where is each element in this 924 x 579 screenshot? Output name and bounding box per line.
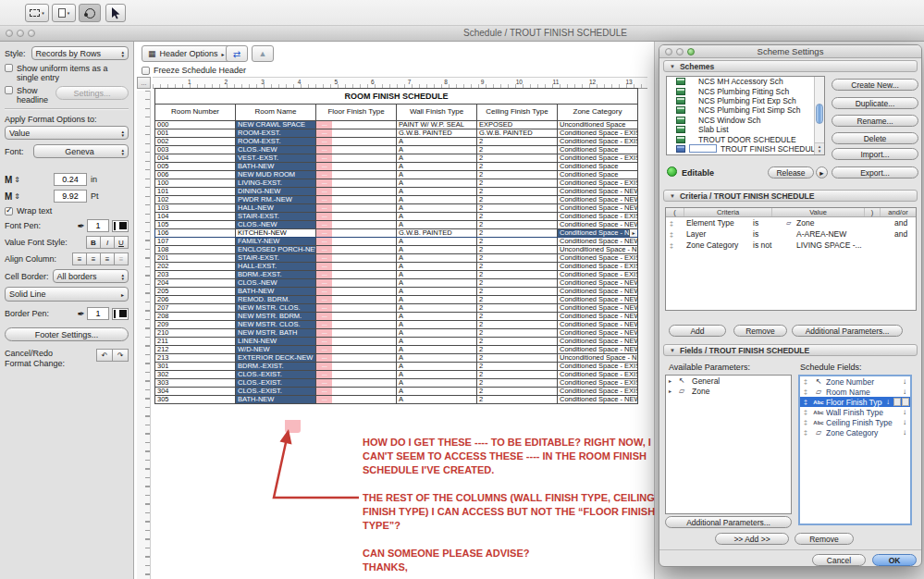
criteria-section-header[interactable]: ▼ Criteria / TROUT FINISH SCHEDULE: [663, 190, 918, 202]
room-name-cell[interactable]: VEST.-EXST.: [236, 154, 316, 163]
scrollbar-thumb[interactable]: [816, 104, 823, 124]
zone-category-cell[interactable]: Conditioned Space: [558, 171, 638, 179]
ceiling-finish-cell[interactable]: 2: [477, 329, 558, 338]
duplicate-button[interactable]: Duplicate...: [832, 97, 918, 109]
criteria-remove-button[interactable]: Remove: [733, 325, 787, 337]
room-number-cell[interactable]: 205: [155, 288, 236, 296]
room-number-cell[interactable]: 104: [155, 213, 236, 221]
room-name-cell[interactable]: HALL-EXST.: [236, 263, 316, 271]
col-header-zone-category[interactable]: Zone Category: [558, 105, 638, 121]
ceiling-finish-cell[interactable]: 2: [477, 238, 558, 246]
border-pen-color-button[interactable]: [112, 308, 129, 320]
wall-finish-cell[interactable]: A: [397, 279, 477, 288]
room-number-cell[interactable]: 206: [155, 296, 236, 304]
floor-finish-cell[interactable]: ---: [316, 221, 397, 229]
sort-down-icon[interactable]: ↓: [899, 377, 910, 386]
ceiling-finish-cell[interactable]: 2: [477, 204, 558, 213]
room-number-cell[interactable]: 005: [155, 163, 236, 171]
fields-section-header[interactable]: ▼ Fields / TROUT FINISH SCHEDULE: [663, 344, 918, 356]
floor-finish-cell[interactable]: ---: [316, 338, 397, 346]
publish-button[interactable]: ▲: [252, 45, 274, 62]
sort-down-icon[interactable]: ↓: [882, 398, 893, 406]
col-header-room-name[interactable]: Room Name: [236, 105, 316, 121]
zone-category-cell[interactable]: Conditioned Space - NEW: [558, 338, 638, 346]
wall-finish-cell[interactable]: A: [397, 171, 477, 179]
wall-finish-cell[interactable]: A: [397, 213, 477, 221]
ceiling-finish-cell[interactable]: 2: [477, 354, 558, 363]
wall-finish-cell[interactable]: A: [397, 354, 477, 363]
bold-button[interactable]: B: [86, 236, 101, 249]
room-number-cell[interactable]: 006: [155, 171, 236, 179]
zone-category-cell[interactable]: Conditioned Space - NEW: [558, 304, 638, 313]
schedule-field-item[interactable]: ‡ Abc Ceiling Finish Type ↓: [800, 417, 910, 427]
freeze-header-checkbox[interactable]: [142, 67, 150, 75]
ceiling-finish-cell[interactable]: 2: [477, 321, 558, 329]
room-number-cell[interactable]: 202: [155, 263, 236, 271]
wall-finish-cell[interactable]: A: [397, 204, 477, 213]
scheme-name-edit-box[interactable]: [689, 144, 717, 153]
zone-category-cell[interactable]: Conditioned Space - EXIST: [558, 371, 638, 379]
fields-remove-button[interactable]: Remove: [795, 533, 854, 545]
border-pen-input[interactable]: [87, 307, 109, 320]
ceiling-finish-cell[interactable]: 2: [477, 163, 558, 171]
zone-category-cell[interactable]: Conditioned Space - NEW: [558, 229, 638, 238]
fields-add-button[interactable]: >> Add >>: [715, 533, 789, 545]
zone-category-cell[interactable]: Conditioned Space - EXIST: [558, 388, 638, 396]
zone-category-cell[interactable]: Conditioned Space - NEW: [558, 196, 638, 204]
scheme-list-item[interactable]: NCS Plumbing Fixt Simp Sch: [667, 105, 824, 115]
scheme-list-item[interactable]: NCS MH Accessory Sch: [667, 77, 824, 86]
floor-finish-cell[interactable]: ---: [316, 321, 397, 329]
criteria-row[interactable]: ‡ Element Type is ▱ Zone and: [666, 217, 916, 228]
wall-finish-cell[interactable]: A: [397, 296, 477, 304]
zone-category-cell[interactable]: Conditioned Space - NEW: [558, 296, 638, 304]
ceiling-finish-cell[interactable]: 2: [477, 371, 558, 379]
cancel-button[interactable]: Cancel: [812, 554, 866, 566]
ceiling-finish-cell[interactable]: 2: [477, 288, 558, 296]
wall-finish-cell[interactable]: A: [397, 263, 477, 271]
ceiling-finish-cell[interactable]: 2: [477, 363, 558, 371]
sort-down-icon[interactable]: ↓: [899, 408, 910, 416]
font-select[interactable]: Geneva▴ ▾: [33, 144, 129, 158]
ruler-corner-button[interactable]: ...: [137, 77, 151, 89]
scheme-list-item[interactable]: Slab List: [667, 125, 824, 134]
line-type-select[interactable]: Solid Line ▸: [5, 287, 129, 302]
floor-finish-cell[interactable]: ---: [316, 254, 397, 263]
create-new-button[interactable]: Create New...: [832, 79, 918, 91]
floor-finish-cell[interactable]: ---: [316, 346, 397, 354]
align-left-button[interactable]: ≡: [72, 253, 87, 265]
wall-finish-cell[interactable]: A: [397, 271, 477, 279]
room-number-cell[interactable]: 211: [155, 338, 236, 346]
zone-category-cell[interactable]: Unconditioned Space: [558, 121, 638, 129]
room-name-cell[interactable]: ROOM-EXST.: [236, 138, 316, 146]
room-name-cell[interactable]: NEW MSTR. CLOS.: [236, 321, 316, 329]
expand-triangle-icon[interactable]: ▸: [669, 377, 671, 384]
floor-finish-cell[interactable]: ---: [316, 388, 397, 396]
room-number-cell[interactable]: 213: [155, 354, 236, 363]
room-number-cell[interactable]: 303: [155, 379, 236, 388]
drag-handle-icon[interactable]: ‡: [800, 429, 811, 436]
zone-category-cell[interactable]: Conditioned Space - NEW: [558, 279, 638, 288]
room-name-cell[interactable]: CLOS.-NEW: [236, 146, 316, 154]
ceiling-finish-cell[interactable]: EXPOSED: [477, 121, 558, 129]
ceiling-finish-cell[interactable]: 2: [477, 179, 558, 188]
room-name-cell[interactable]: STAIR-EXST.: [236, 213, 316, 221]
wall-finish-cell[interactable]: A: [397, 146, 477, 154]
schemes-scrollbar[interactable]: ▴▾: [814, 77, 824, 154]
header-options-button[interactable]: ▦ Header Options ▸: [142, 45, 231, 62]
zoom-window-button[interactable]: [28, 30, 35, 37]
ceiling-finish-cell[interactable]: 2: [477, 388, 558, 396]
room-number-cell[interactable]: 003: [155, 146, 236, 154]
wrap-text-checkbox[interactable]: [5, 207, 13, 216]
floor-finish-cell[interactable]: ---: [316, 371, 397, 379]
wall-finish-cell[interactable]: G.W.B. PAINTED: [397, 129, 477, 138]
col-header-floor-finish[interactable]: Floor Finish Type: [316, 105, 397, 121]
room-name-cell[interactable]: ROOM-EXST.: [236, 129, 316, 138]
apply-format-select[interactable]: Value▴ ▾: [5, 126, 129, 140]
col-header-wall-finish[interactable]: Wall Finish Type: [397, 105, 477, 121]
wall-finish-cell[interactable]: A: [397, 138, 477, 146]
font-pen-input[interactable]: [87, 219, 109, 232]
floor-finish-cell[interactable]: ---: [316, 238, 397, 246]
align-right-button[interactable]: ≡: [100, 253, 115, 265]
floor-finish-cell[interactable]: ---: [316, 196, 397, 204]
zone-category-cell[interactable]: Conditioned Space - EXIST: [558, 179, 638, 188]
